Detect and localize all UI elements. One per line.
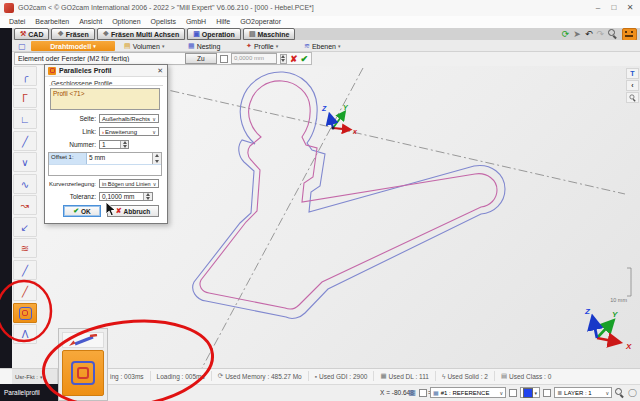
ribbon-profile[interactable]: ✦ Profile ▾ [246, 40, 278, 52]
link-row: Link: › Erweiterung ∨ [47, 126, 165, 137]
color-checkbox[interactable] [509, 389, 517, 397]
scale-indicator: 10 mm [610, 268, 631, 303]
tab-strip: ⚒ CAD ❖ Fräsen ❖ Fräsen Multi Achsen ▣ O… [14, 28, 295, 40]
tool-parallel-lines[interactable]: ≋ [13, 238, 37, 258]
link-select[interactable]: › Erweiterung ∨ [99, 127, 159, 136]
tab-operation[interactable]: ▣ Operation [187, 28, 241, 40]
offset-input[interactable]: 0,0000 mm [231, 53, 277, 64]
tool-parallel-profile[interactable] [13, 303, 37, 323]
status-used-dl: ▦Used DL : 111 [373, 371, 435, 381]
tool-line-a[interactable]: ╱ [13, 260, 37, 280]
tool-direction-arrow[interactable]: ↙ [13, 217, 37, 237]
window-title: GO2cam < © GO2cam International 2006 - 2… [18, 0, 314, 16]
ribbon-volumen[interactable]: ▤ Volumen ▾ [124, 40, 164, 52]
tab-fraesen[interactable]: ❖ Fräsen [51, 28, 94, 40]
new-document-button[interactable]: ▢ [14, 40, 30, 52]
toleranz-stepper[interactable]: 0,1000 mm [99, 192, 153, 201]
layer-checkbox[interactable] [543, 389, 551, 397]
chevron-down-icon: ▾ [162, 43, 165, 49]
ribbon-drahtmodell[interactable]: Drahtmodell ▾ [31, 41, 115, 51]
menu-gmbh[interactable]: GmbH [181, 16, 211, 28]
color-select[interactable]: ▾ [520, 387, 540, 398]
tool-corner-chamfer[interactable]: Γ [13, 88, 37, 108]
group-divider [49, 85, 163, 86]
layer-icon: ≣ [557, 389, 562, 396]
grid-icon[interactable]: ▦ [408, 388, 416, 397]
close-contour-button[interactable]: Zu [185, 53, 217, 64]
dialog-close-button[interactable]: ✕ [157, 67, 164, 75]
cancel-icon[interactable]: ✘ [290, 54, 298, 64]
ribbon-ebenen[interactable]: ≋ Ebenen ▾ [304, 40, 341, 52]
zoom-plus-icon[interactable] [615, 388, 625, 398]
toleranz-spin-buttons[interactable] [143, 193, 152, 200]
tool-line-two-points[interactable]: ╱ [13, 131, 37, 151]
menu-go2operator[interactable]: GO2operator [235, 16, 286, 28]
menu-hilfe[interactable]: Hilfe [211, 16, 235, 28]
zoom-window-icon[interactable] [608, 29, 618, 39]
confirm-icon[interactable]: ✔ [300, 54, 308, 64]
flyout-sketch-button[interactable] [62, 332, 104, 348]
circle-select-icon[interactable]: ◯ [628, 388, 637, 397]
kurvenzerlegung-select[interactable]: in Bögen und Linien ∨ [99, 179, 159, 188]
menu-datei[interactable]: Datei [4, 16, 30, 28]
plane-checkbox[interactable] [419, 389, 427, 397]
parallel-profile-outer[interactable] [193, 72, 505, 318]
ribbon-nesting[interactable]: ▦ Nesting [188, 40, 220, 52]
undo-icon[interactable]: ↶ [585, 29, 593, 40]
ok-check-icon: ✔ [73, 207, 79, 215]
tool-line-b[interactable]: ╱ [13, 281, 37, 301]
solid-icon: ϟ [442, 373, 445, 380]
offset-checkbox[interactable] [220, 55, 228, 63]
tool-tangent-curve[interactable]: ∿ [13, 174, 37, 194]
original-profile-inner[interactable] [200, 81, 497, 309]
collapse-panel-button[interactable]: ‹ [626, 80, 639, 91]
ok-button[interactable]: ✔ OK [63, 205, 101, 217]
menu-opelists[interactable]: Opelists [146, 16, 181, 28]
maximize-button[interactable]: □ [606, 0, 622, 16]
seite-select[interactable]: Außerhalb/Rechts ∨ [99, 114, 159, 123]
abbruch-button[interactable]: ✘ Abbruch [107, 205, 159, 217]
tab-maschine[interactable]: ▤ Maschine [243, 28, 296, 40]
offset-stepper[interactable] [280, 54, 287, 64]
close-button[interactable]: ✕ [622, 0, 638, 16]
line-a-icon: ╱ [22, 265, 28, 276]
usr-fkt-dropdown[interactable]: Usr-Fkt : ▾ [12, 369, 58, 384]
redo-icon[interactable]: ↷ [596, 29, 604, 40]
tool-mirror[interactable]: Λ [13, 324, 37, 344]
refresh-icon[interactable]: ⟳ [562, 29, 570, 40]
menu-bearbeiten[interactable]: Bearbeiten [30, 16, 74, 28]
pan-icon[interactable]: ➤ [573, 29, 581, 40]
pencil-icon [66, 334, 100, 346]
tool-spline[interactable]: ↝ [13, 195, 37, 215]
profile-list-item[interactable]: Profil <71> [53, 90, 84, 97]
zoom-tool-button[interactable] [626, 92, 639, 103]
display-list-icon: ▦ [380, 372, 386, 380]
tool-corner-fillet[interactable]: ╭ [13, 66, 37, 86]
flyout-parallel-profile-button[interactable] [62, 350, 104, 396]
plane-select[interactable]: ▦ #1 : REFERENCE ∨ [430, 387, 506, 398]
status-used-gdi: ▪Used GDI : 2900 [308, 371, 374, 381]
corner-fillet-icon: ╭ [22, 71, 28, 82]
layer-select[interactable]: ≣ LAYER : 1 ∨ [554, 387, 612, 398]
view-x-label: X [625, 342, 632, 351]
view-axis-triad: Z Y X [584, 307, 632, 351]
offset-value-input[interactable]: 5 mm [87, 153, 152, 164]
nummer-stepper[interactable]: 1 [99, 140, 129, 149]
profile-list[interactable]: Profil <71> [50, 88, 160, 110]
nummer-spin-buttons[interactable] [120, 141, 128, 148]
origin-axis-triad: Z Y x [321, 104, 358, 135]
go2cam-logo[interactable] [622, 28, 637, 41]
filter-button[interactable]: T [626, 68, 639, 79]
dialog-title: Paralleles Profil [59, 67, 154, 74]
menu-optionen[interactable]: Optionen [107, 16, 145, 28]
minimize-button[interactable]: – [590, 0, 606, 16]
tab-fraesen-multi-achsen[interactable]: ❖ Fräsen Multi Achsen [97, 28, 185, 40]
parallel-lines-icon: ≋ [21, 243, 29, 254]
menu-ansicht[interactable]: Ansicht [74, 16, 107, 28]
tool-corner-sharp[interactable]: ∟ [13, 109, 37, 129]
dialog-title-bar[interactable]: Paralleles Profil ✕ [45, 65, 167, 77]
tab-cad[interactable]: ⚒ CAD [14, 28, 49, 40]
tool-angle-lines[interactable]: ∨ [13, 152, 37, 172]
nesting-icon: ▦ [188, 42, 195, 50]
offset-spin-buttons[interactable] [152, 153, 161, 164]
